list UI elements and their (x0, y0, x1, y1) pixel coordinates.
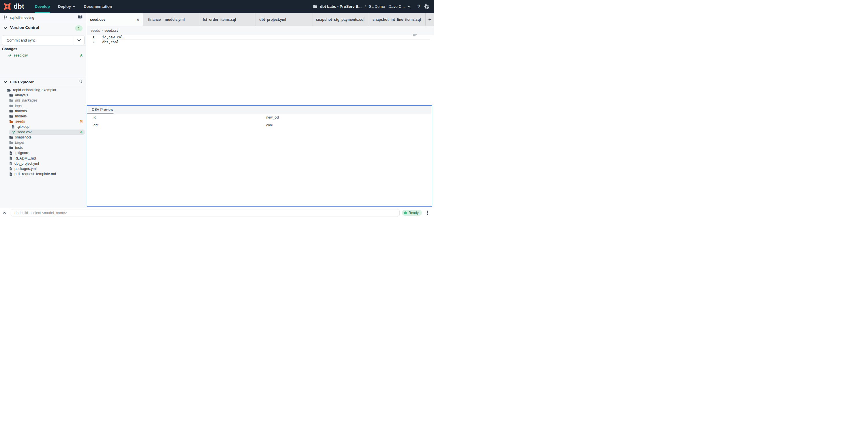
kebab-menu-icon[interactable] (425, 210, 430, 215)
tree-item-file[interactable]: .gitignore (0, 150, 86, 156)
nav-develop[interactable]: Develop (35, 0, 50, 13)
version-control-title: Version Control (10, 25, 39, 30)
changed-file-row[interactable]: seed.csv A (0, 52, 86, 59)
folder-icon (9, 114, 13, 118)
tree-item-folder[interactable]: logs (0, 103, 86, 108)
folder-icon (9, 136, 13, 139)
table-row: dbt cool (87, 121, 432, 129)
tab-fct-order-items-sql[interactable]: fct_order_items.sql (199, 13, 256, 26)
changes-count-badge: 1 (75, 25, 83, 31)
folder-open-icon (7, 88, 11, 92)
tree-item-file[interactable]: pull_request_template.md (0, 171, 86, 176)
tab-snapshot-int-line-items-sql[interactable]: snapshot_int_line_items.sql (369, 13, 426, 26)
tree-item-folder[interactable]: tests (0, 145, 86, 150)
file-explorer-title: File Explorer (10, 80, 34, 84)
tree-item-folder[interactable]: dbt_packages (0, 98, 86, 103)
tree-item-folder[interactable]: target (0, 140, 86, 145)
app-header: dbt Develop Deploy Documentation dbt Lab… (0, 0, 434, 13)
tree-item-seeds-folder[interactable]: seeds M (0, 119, 86, 124)
new-tab-button[interactable]: + (426, 13, 434, 26)
file-tree: rapid-onboarding-exemplar analysis dbt_p… (0, 88, 86, 176)
tab-seed-csv[interactable]: seed.csv × (87, 13, 143, 26)
git-status-badge: A (80, 130, 83, 134)
csv-preview-tab[interactable]: CSV Preview (92, 108, 113, 112)
close-icon[interactable]: × (136, 17, 139, 22)
line-number: 1 (87, 35, 94, 40)
tree-item-folder[interactable]: models (0, 114, 86, 119)
ready-status-text: Ready (409, 211, 419, 215)
chevron-down-icon[interactable] (407, 5, 411, 8)
dbt-command-input[interactable] (11, 209, 400, 216)
seedling-icon (8, 54, 11, 57)
changes-section-label: Changes (2, 47, 17, 51)
help-icon[interactable]: ? (417, 4, 421, 9)
file-icon (9, 151, 12, 155)
nav-documentation[interactable]: Documentation (84, 0, 112, 13)
commit-and-sync-button[interactable]: Commit and sync (2, 35, 85, 45)
breadcrumb-file[interactable]: seed.csv (104, 29, 118, 33)
tree-item-project-root[interactable]: rapid-onboarding-exemplar (0, 88, 86, 93)
git-status-badge: M (80, 120, 83, 124)
environment-name[interactable]: SL Demo - Dave C... (369, 4, 405, 9)
column-header: new_col (260, 115, 432, 120)
code-editor[interactable]: seeds › seed.csv 1 id,new_col 2 dbt,cool (87, 26, 434, 103)
dbt-logo-text: dbt (13, 3, 24, 10)
ready-dot-icon (404, 211, 407, 214)
tab-dbt-project-yml[interactable]: dbt_project.yml (256, 13, 312, 26)
commit-options-caret[interactable] (74, 35, 84, 45)
csv-preview-table: id new_col dbt cool (87, 114, 432, 129)
primary-nav: Develop Deploy Documentation (35, 0, 112, 13)
tab-finance-models-yml[interactable]: _finance__models.yml (143, 13, 199, 26)
table-cell: dbt (87, 123, 260, 127)
command-bar: Ready (0, 208, 434, 218)
table-cell: cool (260, 123, 432, 127)
sidebar: sqlfluff-meeting Version Control 1 Commi… (0, 13, 86, 208)
file-icon (9, 167, 12, 170)
minimap-line-mark (413, 35, 415, 36)
csv-preview-panel: CSV Preview id new_col dbt cool (87, 105, 432, 206)
folder-icon (9, 146, 13, 149)
tree-item-file[interactable]: dbt_project.yml (0, 161, 86, 166)
folder-icon (9, 94, 13, 97)
tree-item-folder[interactable]: snapshots (0, 135, 86, 140)
column-header: id (87, 115, 260, 120)
file-icon (9, 172, 12, 176)
code-line[interactable]: 1 id,new_col (87, 35, 434, 40)
tree-item-seed-csv[interactable]: seed.csv A (0, 130, 86, 135)
code-line[interactable]: 2 dbt,cool (87, 40, 434, 45)
status-badge: Ready (402, 210, 422, 216)
docs-book-icon[interactable] (78, 15, 83, 20)
line-number: 2 (87, 40, 94, 45)
code-text: id,new_col (102, 35, 123, 40)
tree-item-file[interactable]: packages.yml (0, 166, 86, 171)
breadcrumb-dir[interactable]: seeds (91, 29, 100, 33)
file-explorer-header[interactable]: File Explorer (0, 78, 86, 86)
folder-icon (9, 99, 13, 102)
tab-snapshot-stg-payments-sql[interactable]: snapshot_stg_payments.sql (312, 13, 369, 26)
git-branch-row[interactable]: sqlfluff-meeting (0, 13, 86, 22)
file-icon (11, 125, 15, 129)
seedling-icon (11, 130, 15, 134)
editor-tab-bar: seed.csv × _finance__models.yml fct_orde… (87, 13, 434, 26)
tree-item-folder[interactable]: analysis (0, 93, 86, 98)
dbt-logo-icon (3, 3, 11, 10)
minimap-divider (430, 35, 430, 103)
active-tab-underline (87, 113, 114, 114)
file-icon (9, 162, 12, 165)
chevron-up-icon[interactable] (2, 210, 7, 216)
breadcrumb-separator-icon: › (102, 29, 103, 33)
tree-item-file[interactable]: .gitkeep (0, 124, 86, 129)
search-icon[interactable] (79, 79, 83, 85)
file-icon (9, 156, 12, 160)
project-env-separator: / (365, 4, 366, 9)
git-status-badge: A (80, 54, 83, 57)
project-name[interactable]: dbt Labs - ProServ S... (320, 4, 362, 9)
tree-item-file[interactable]: README.md (0, 156, 86, 161)
folder-icon (9, 141, 13, 144)
settings-gear-icon[interactable] (424, 4, 429, 9)
folder-open-icon (9, 120, 13, 124)
dbt-logo[interactable]: dbt (3, 3, 24, 10)
nav-deploy[interactable]: Deploy (58, 0, 76, 13)
tree-item-folder[interactable]: macros (0, 108, 86, 114)
chevron-down-icon (3, 80, 7, 84)
